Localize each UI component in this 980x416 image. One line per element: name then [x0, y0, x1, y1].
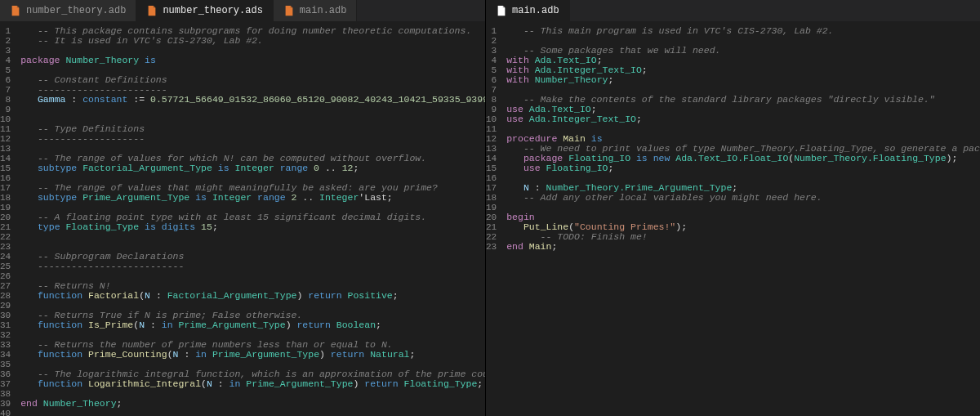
line-number: 35 [0, 360, 16, 369]
token: with [506, 74, 535, 85]
line-number: 3 [0, 46, 16, 56]
line-number: 19 [0, 203, 16, 212]
token [20, 94, 38, 105]
file-icon [496, 5, 507, 16]
line-number: 29 [0, 301, 16, 311]
tab-left-0[interactable]: number_theory.adb [0, 0, 136, 21]
code-line[interactable] [506, 203, 980, 212]
line-number: 19 [486, 203, 501, 212]
code-line[interactable] [20, 105, 485, 114]
code-line[interactable]: ------------------- [20, 134, 485, 144]
token [20, 192, 38, 203]
tab-label: number_theory.adb [26, 5, 126, 16]
token: is [212, 163, 235, 173]
token: Logarithmic_Integral [88, 378, 201, 389]
code-line[interactable]: Gamma : constant := 0.57721_56649_01532_… [20, 95, 485, 105]
line-number: 20 [0, 212, 16, 222]
line-number: 9 [0, 105, 16, 114]
code-line[interactable]: package Number_Theory is [20, 56, 485, 65]
token: return [364, 378, 403, 389]
line-number: 4 [486, 56, 501, 65]
line-number: 13 [486, 144, 501, 154]
token: Prime_Argument_Type [179, 320, 286, 330]
code-line[interactable] [20, 409, 485, 416]
editor-right[interactable]: 1234567891011121314151617181920212223 --… [486, 21, 980, 416]
token [20, 163, 38, 173]
token: Prime_Argument_Type [246, 378, 353, 389]
tab-left-1[interactable]: number_theory.ads [136, 0, 273, 21]
token: .. [319, 163, 342, 173]
code-line[interactable]: function Is_Prime(N : in Prime_Argument_… [20, 320, 485, 330]
token [20, 349, 38, 360]
token: := [127, 94, 150, 105]
token: function [38, 290, 88, 301]
code-line[interactable]: -- Add any other local variables you mig… [506, 193, 980, 203]
line-number: 11 [0, 124, 16, 134]
code-left[interactable]: -- This package contains subprograms for… [16, 21, 485, 416]
code-line[interactable]: -------------------------- [20, 262, 485, 271]
code-line[interactable]: -- It is used in VTC's CIS-2730, Lab #2. [20, 36, 485, 46]
code-line[interactable]: end Number_Theory; [20, 399, 485, 409]
token: 'Last; [359, 192, 392, 203]
token: ; [551, 241, 557, 252]
token: Number_Theory [535, 74, 608, 85]
line-number: 11 [486, 124, 501, 134]
code-line[interactable] [20, 232, 485, 242]
code-line[interactable]: use Ada.Integer_Text_IO; [506, 114, 980, 124]
code-line[interactable]: -- TODO: Finish me! [506, 232, 980, 242]
token: ( [167, 349, 173, 360]
token: Natural [370, 349, 409, 360]
line-number: 13 [0, 144, 16, 154]
code-line[interactable]: use Floating_IO; [506, 163, 980, 173]
token: in [195, 349, 212, 360]
token: ; [117, 398, 122, 409]
code-line[interactable]: end Main; [506, 242, 980, 252]
token: ; [376, 320, 381, 330]
code-right[interactable]: -- This main program is used in VTC's CI… [501, 21, 980, 416]
token: Ada.Integer_Text_IO [529, 114, 636, 124]
token: 15 [201, 221, 212, 232]
code-line[interactable]: subtype Factorial_Argument_Type is Integ… [20, 163, 485, 173]
token: return [296, 320, 336, 330]
token [506, 163, 523, 173]
token: ; [353, 163, 359, 173]
token: package [20, 55, 65, 65]
token: ; [212, 221, 218, 232]
token: subtype [38, 192, 82, 203]
token: ) [353, 378, 364, 389]
token: -------------------------- [20, 261, 184, 271]
token: ); [675, 221, 687, 232]
code-line[interactable]: function Logarithmic_Integral(N : in Pri… [20, 379, 485, 389]
line-number: 5 [486, 65, 501, 75]
line-number: 3 [486, 46, 501, 56]
token [20, 221, 38, 232]
tab-left-2[interactable]: main.adb [274, 0, 358, 21]
line-number: 30 [0, 311, 16, 320]
line-number: 36 [0, 369, 16, 379]
token: : [65, 94, 82, 105]
code-line[interactable]: type Floating_Type is digits 15; [20, 222, 485, 232]
token: Floating_IO [546, 163, 608, 173]
tab-right-0[interactable]: main.adb [486, 0, 570, 21]
code-line[interactable]: -- This main program is used in VTC's CI… [506, 26, 980, 36]
line-number: 7 [0, 85, 16, 95]
token [20, 378, 38, 389]
line-number: 32 [0, 330, 16, 340]
token: function [38, 378, 88, 389]
token: : [145, 320, 162, 330]
token: N [207, 378, 212, 389]
line-number: 27 [0, 281, 16, 291]
code-line[interactable]: with Number_Theory; [506, 75, 980, 85]
code-line[interactable]: subtype Prime_Argument_Type is Integer r… [20, 193, 485, 203]
token: : [212, 378, 229, 389]
file-icon [10, 5, 21, 16]
line-number: 12 [486, 134, 501, 144]
code-line[interactable]: function Factorial(N : Factorial_Argumen… [20, 291, 485, 301]
token: Number_Theory [43, 398, 117, 409]
token: : [150, 290, 167, 301]
editor-left[interactable]: 1234567891011121314151617181920212223242… [0, 21, 485, 416]
code-line[interactable]: function Prime_Counting(N : in Prime_Arg… [20, 350, 485, 360]
line-number: 5 [0, 65, 16, 75]
token: end [506, 241, 529, 252]
token: -- Add any other local variables you mig… [506, 192, 822, 203]
